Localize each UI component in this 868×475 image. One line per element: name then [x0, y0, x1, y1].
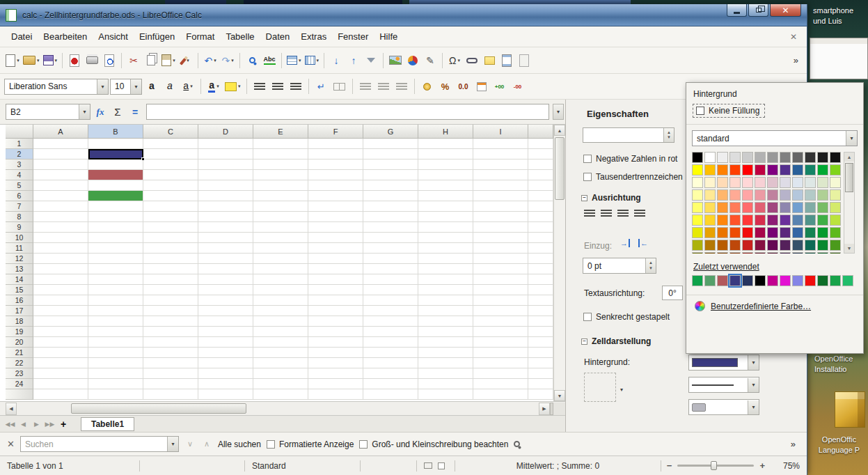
cell-I20[interactable]: [473, 337, 528, 348]
palette-swatch[interactable]: [704, 177, 716, 188]
headers-and-footers-icon[interactable]: [498, 52, 515, 69]
cell-I18[interactable]: [473, 316, 528, 327]
page-style[interactable]: Standard: [245, 456, 360, 475]
palette-swatch[interactable]: [755, 252, 766, 254]
palette-swatch[interactable]: [729, 240, 741, 251]
first-sheet-icon[interactable]: ◀◀: [4, 418, 16, 430]
cell-I9[interactable]: [473, 222, 528, 233]
draw-functions-icon[interactable]: ✎: [422, 52, 439, 69]
palette-swatch[interactable]: [692, 215, 703, 226]
cell-B7[interactable]: [88, 201, 143, 212]
palette-swatch[interactable]: [792, 164, 803, 176]
indent-spinner[interactable]: ▲▼: [645, 258, 656, 273]
save-icon[interactable]: ▾: [42, 52, 59, 69]
sheet-tab-tabelle1[interactable]: Tabelle1: [81, 417, 134, 431]
horizontal-scrollbar-thumb[interactable]: [71, 403, 246, 414]
recent-swatch[interactable]: [692, 275, 703, 286]
corner-cell[interactable]: [6, 125, 33, 139]
palette-scroll-up-icon[interactable]: ▲: [844, 153, 854, 162]
cell-appearance-section-header[interactable]: − Zelldarstellung: [581, 336, 651, 346]
zoom-level[interactable]: 75%: [771, 456, 807, 475]
cell-A25[interactable]: [33, 389, 88, 400]
background-window-fragment[interactable]: [810, 38, 868, 79]
cell-G1[interactable]: [363, 139, 418, 149]
cell-H10[interactable]: [418, 233, 473, 243]
recent-swatch[interactable]: [767, 275, 778, 286]
document-modified-icon[interactable]: [438, 462, 445, 469]
cell-C12[interactable]: [143, 254, 198, 264]
cell-F7[interactable]: [308, 201, 363, 212]
palette-swatch[interactable]: [742, 164, 753, 176]
cell-G4[interactable]: [363, 170, 418, 180]
column-header-D[interactable]: D: [198, 125, 253, 139]
number-format-input[interactable]: ▲▼: [583, 127, 674, 143]
font-size-combo[interactable]: 10 ▾: [110, 79, 142, 95]
cell-F17[interactable]: [308, 306, 363, 316]
cell-C18[interactable]: [143, 316, 198, 327]
column-header-E[interactable]: E: [253, 125, 308, 139]
vertical-scrollbar[interactable]: ▲ ▼: [553, 125, 565, 401]
cell-A22[interactable]: [33, 358, 88, 368]
cell-A1[interactable]: [33, 139, 88, 149]
insert-image-icon[interactable]: [387, 52, 404, 69]
sheet-info[interactable]: Tabelle 1 von 1: [0, 456, 139, 475]
palette-swatch[interactable]: [704, 215, 716, 226]
freeze-rows-columns-icon[interactable]: [516, 52, 532, 69]
palette-swatch[interactable]: [755, 215, 766, 226]
cell-C25[interactable]: [143, 389, 198, 400]
recent-swatch[interactable]: [755, 275, 766, 286]
palette-select[interactable]: standard ▾: [692, 130, 858, 146]
palette-swatch[interactable]: [729, 189, 741, 201]
palette-swatch[interactable]: [780, 177, 791, 188]
cell-B17[interactable]: [88, 306, 143, 316]
cell-H22[interactable]: [418, 358, 473, 368]
cell-C2[interactable]: [143, 149, 198, 159]
cell-B4[interactable]: [88, 170, 143, 180]
palette-swatch[interactable]: [704, 202, 716, 213]
palette-swatch[interactable]: [767, 202, 778, 213]
insert-columns-icon[interactable]: ▾: [303, 52, 321, 69]
recent-swatch[interactable]: [780, 275, 791, 286]
palette-swatch[interactable]: [692, 164, 703, 176]
cell-I5[interactable]: [473, 180, 528, 191]
cell-G12[interactable]: [363, 254, 418, 264]
cell-C24[interactable]: [143, 379, 198, 389]
cell-G17[interactable]: [363, 306, 418, 316]
cell-E21[interactable]: [253, 348, 308, 358]
cell-H6[interactable]: [418, 191, 473, 201]
horizontal-scrollbar[interactable]: ◀ ▶: [0, 401, 565, 415]
palette-swatch[interactable]: [767, 240, 778, 251]
palette-swatch[interactable]: [704, 164, 716, 176]
recent-swatch[interactable]: [805, 275, 816, 286]
menu-format[interactable]: Format: [180, 29, 220, 45]
number-format-spinner[interactable]: ▲▼: [663, 128, 674, 142]
cell-E16[interactable]: [253, 295, 308, 306]
palette-swatch[interactable]: [704, 227, 716, 238]
palette-swatch[interactable]: [817, 215, 828, 226]
insert-chart-icon[interactable]: [404, 52, 421, 69]
merge-cells-button[interactable]: [331, 78, 348, 95]
palette-swatch[interactable]: [780, 202, 791, 213]
palette-swatch[interactable]: [692, 152, 703, 163]
background-color-dropdown[interactable]: ▾: [688, 355, 759, 371]
cell-E12[interactable]: [253, 254, 308, 264]
custom-color-button[interactable]: Benutzerdefinierte Farbe…: [695, 301, 855, 311]
font-size-dropdown-icon[interactable]: ▾: [130, 79, 141, 94]
row-header-5[interactable]: 5: [6, 180, 33, 191]
alignment-section-header[interactable]: − Ausrichtung: [581, 193, 641, 203]
cell-F5[interactable]: [308, 180, 363, 191]
cell-B13[interactable]: [88, 264, 143, 274]
cell-A20[interactable]: [33, 337, 88, 348]
palette-swatch[interactable]: [717, 177, 728, 188]
cell-C1[interactable]: [143, 139, 198, 149]
cell-B23[interactable]: [88, 368, 143, 379]
cell-A18[interactable]: [33, 316, 88, 327]
cell-F14[interactable]: [308, 274, 363, 285]
wrap-text-button[interactable]: ↵: [313, 78, 330, 95]
cell-D7[interactable]: [198, 201, 253, 212]
add-decimal-button[interactable]: +00: [491, 78, 508, 95]
cell-G14[interactable]: [363, 274, 418, 285]
menu-hilfe[interactable]: Hilfe: [374, 29, 403, 45]
cell-I6[interactable]: [473, 191, 528, 201]
palette-swatch[interactable]: [755, 189, 766, 201]
